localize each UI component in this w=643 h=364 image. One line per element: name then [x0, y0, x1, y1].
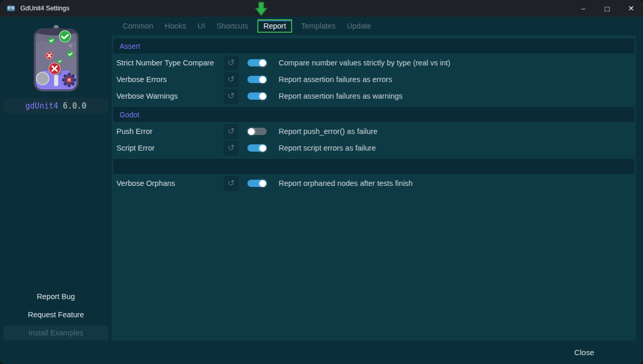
section-title: Assert — [120, 42, 140, 50]
section-rows: Push Error ↺ Report push_error() as fail… — [112, 123, 636, 156]
setting-description: Report push_error() as failure — [279, 127, 636, 136]
reset-button[interactable]: ↺ — [224, 72, 239, 87]
reset-button[interactable]: ↺ — [224, 176, 239, 191]
sidebar: gdUnit4 6.0.0 Report BugRequest FeatureI… — [0, 17, 112, 364]
toggle-knob — [248, 128, 255, 135]
window-body: gdUnit4 6.0.0 Report BugRequest FeatureI… — [0, 17, 643, 364]
setting-label: Strict Number Type Compare — [116, 59, 224, 67]
toggle-verbose-orphans[interactable] — [247, 180, 267, 187]
tab-templates[interactable]: Templates — [295, 20, 341, 32]
tab-ui[interactable]: UI — [192, 20, 211, 32]
minimize-button[interactable]: – — [571, 0, 595, 17]
close-button[interactable]: Close — [567, 345, 601, 359]
gdunit4-settings-window: GdUnit4 Settings – □ ✕ — [0, 0, 643, 364]
settings-section: Assert Strict Number Type Compare ↺ Comp… — [112, 38, 636, 104]
window-controls: – □ ✕ — [571, 0, 643, 17]
report-tab-pointer-arrow-icon — [254, 2, 268, 19]
section-header: Assert — [113, 38, 634, 53]
setting-row: Push Error ↺ Report push_error() as fail… — [112, 123, 636, 140]
tab-update[interactable]: Update — [341, 20, 377, 32]
setting-label: Verbose Warnings — [116, 92, 224, 100]
reset-icon: ↺ — [228, 92, 234, 100]
toggle-knob — [259, 145, 266, 152]
setting-row: Verbose Orphans ↺ Report orphaned nodes … — [112, 175, 636, 192]
toggle-knob — [259, 76, 266, 83]
section-header: Godot — [113, 107, 634, 122]
reset-icon: ↺ — [228, 179, 234, 187]
setting-label: Script Error — [116, 144, 224, 152]
reset-button[interactable]: ↺ — [224, 89, 239, 104]
setting-row: Script Error ↺ Report script errors as f… — [112, 140, 636, 156]
toggle-script-error[interactable] — [247, 144, 267, 152]
tab-report[interactable]: Report — [257, 19, 293, 33]
toggle-knob — [259, 93, 266, 100]
toggle-verbose-warnings[interactable] — [247, 92, 267, 100]
maximize-button[interactable]: □ — [595, 0, 619, 17]
reset-button[interactable]: ↺ — [224, 141, 239, 156]
request-feature-button[interactable]: Request Feature — [4, 307, 108, 322]
tab-hooks[interactable]: Hooks — [159, 20, 192, 32]
setting-row: Strict Number Type Compare ↺ Compare num… — [112, 55, 636, 71]
reset-icon: ↺ — [228, 144, 234, 152]
setting-description: Report assertion failures as errors — [279, 75, 636, 84]
setting-row: Verbose Errors ↺ Report assertion failur… — [112, 71, 636, 88]
section-header — [113, 159, 634, 174]
setting-label: Verbose Orphans — [116, 179, 224, 187]
setting-description: Compare number values strictly by type (… — [279, 59, 636, 67]
reset-icon: ↺ — [228, 127, 234, 136]
settings-panel: Assert Strict Number Type Compare ↺ Comp… — [112, 35, 636, 341]
reset-button[interactable]: ↺ — [224, 124, 239, 139]
setting-description: Report orphaned nodes after tests finish — [279, 179, 636, 187]
sidebar-buttons: Report BugRequest FeatureInstall Example… — [4, 289, 108, 340]
tab-shortcuts[interactable]: Shortcuts — [211, 20, 254, 32]
setting-row: Verbose Warnings ↺ Report assertion fail… — [112, 88, 636, 104]
main-area: CommonHooksUIShortcutsReportTemplatesUpd… — [112, 17, 643, 364]
close-window-button[interactable]: ✕ — [619, 0, 643, 17]
product-name: gdUnit4 — [25, 101, 58, 111]
setting-label: Push Error — [116, 127, 224, 136]
setting-description: Report assertion failures as warnings — [279, 92, 636, 100]
toggle-verbose-errors[interactable] — [247, 76, 267, 83]
settings-section: Godot Push Error ↺ Report push_error() a… — [112, 107, 636, 156]
install-examples-button: Install Examples — [4, 326, 108, 340]
godot-app-icon — [6, 5, 16, 12]
toggle-strict-number-type-compare[interactable] — [247, 59, 267, 66]
toggle-knob — [259, 180, 266, 187]
settings-section: Verbose Orphans ↺ Report orphaned nodes … — [112, 159, 636, 192]
section-rows: Strict Number Type Compare ↺ Compare num… — [112, 55, 636, 104]
product-version: 6.0.0 — [63, 101, 86, 111]
toggle-push-error[interactable] — [247, 128, 267, 135]
section-title: Godot — [120, 111, 139, 119]
reset-icon: ↺ — [228, 75, 234, 84]
toggle-knob — [259, 60, 266, 66]
section-rows: Verbose Orphans ↺ Report orphaned nodes … — [112, 175, 636, 192]
window-title: GdUnit4 Settings — [20, 5, 70, 12]
report-bug-button[interactable]: Report Bug — [4, 289, 108, 304]
gdunit4-logo — [25, 24, 87, 95]
tab-common[interactable]: Common — [117, 20, 159, 32]
setting-label: Verbose Errors — [116, 75, 224, 84]
footer: Close — [112, 341, 643, 364]
reset-icon: ↺ — [228, 59, 234, 67]
setting-description: Report script errors as failure — [279, 144, 636, 152]
reset-button[interactable]: ↺ — [224, 56, 239, 71]
version-label: gdUnit4 6.0.0 — [4, 98, 108, 113]
tab-bar: CommonHooksUIShortcutsReportTemplatesUpd… — [112, 17, 643, 35]
title-bar[interactable]: GdUnit4 Settings – □ ✕ — [0, 0, 643, 17]
